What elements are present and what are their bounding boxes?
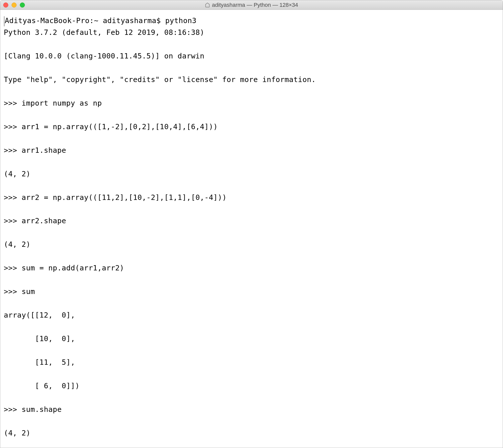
terminal-line: Type "help", "copyright", "credits" or "… bbox=[4, 74, 499, 86]
traffic-lights bbox=[3, 3, 25, 8]
home-icon bbox=[205, 3, 210, 8]
terminal-line: [ 6, 0]]) bbox=[4, 380, 499, 392]
terminal-line: Python 3.7.2 (default, Feb 12 2019, 08:1… bbox=[4, 27, 499, 38]
terminal-line: >>> import numpy as np bbox=[4, 97, 499, 109]
terminal-line: >>> sum bbox=[4, 286, 499, 297]
window-title-container: adityasharma — Python — 128×34 bbox=[205, 2, 298, 8]
terminal-line: Adityas-MacBook-Pro:~ adityasharma$ pyth… bbox=[5, 16, 197, 25]
terminal-line: >>> arr2 = np.array(([11,2],[10,-2],[1,1… bbox=[4, 192, 499, 203]
window-title: adityasharma — Python — 128×34 bbox=[212, 2, 298, 8]
terminal-line: [11, 5], bbox=[4, 356, 499, 368]
terminal-line: (4, 2) bbox=[4, 168, 499, 180]
terminal-line: >>> sum = np.add(arr1,arr2) bbox=[4, 262, 499, 274]
window-titlebar[interactable]: adityasharma — Python — 128×34 bbox=[0, 0, 503, 10]
terminal-line: [10, 0], bbox=[4, 333, 499, 345]
terminal-line: >>> arr1 = np.array(([1,-2],[0,2],[10,4]… bbox=[4, 121, 499, 133]
terminal-line: >>> arr1.shape bbox=[4, 144, 499, 156]
close-button[interactable] bbox=[3, 3, 8, 8]
terminal-line: [Clang 10.0.0 (clang-1000.11.45.5)] on d… bbox=[4, 50, 499, 62]
terminal-line: array([[12, 0], bbox=[4, 309, 499, 321]
terminal-line: (4, 2) bbox=[4, 427, 499, 439]
minimize-button[interactable] bbox=[12, 3, 17, 8]
terminal-line: >>> arr2.shape bbox=[4, 215, 499, 227]
terminal-window: adityasharma — Python — 128×34 Adityas-M… bbox=[0, 0, 503, 448]
maximize-button[interactable] bbox=[20, 3, 25, 8]
terminal-body[interactable]: Adityas-MacBook-Pro:~ adityasharma$ pyth… bbox=[0, 10, 503, 448]
terminal-line: >>> sum.shape bbox=[4, 404, 499, 415]
terminal-line: (4, 2) bbox=[4, 239, 499, 250]
